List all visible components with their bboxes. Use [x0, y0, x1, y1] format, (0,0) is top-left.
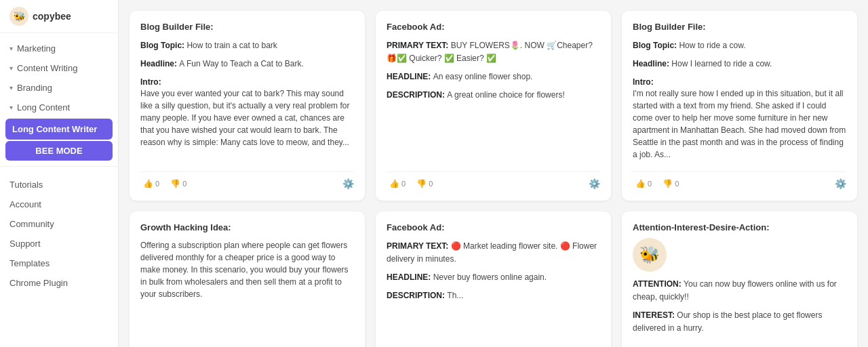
- card-type: Blog Builder File:: [140, 22, 354, 32]
- thumbdown-icon: 👎: [416, 179, 427, 188]
- field-value: Have you ever wanted your cat to bark? T…: [140, 87, 354, 148]
- nav-divider: [0, 166, 118, 167]
- like-count: 0: [648, 180, 652, 188]
- card-type: Attention-Interest-Desire-Action:: [633, 222, 846, 232]
- bee-avatar: 🐝: [633, 238, 667, 272]
- field-value: Th...: [447, 291, 463, 300]
- card-field-body: Offering a subscription plan where peopl…: [140, 239, 354, 300]
- dislike-button[interactable]: 👎 0: [660, 178, 682, 190]
- field-label: Headline:: [633, 59, 671, 68]
- field-label: Intro:: [140, 77, 161, 87]
- sidebar-item-chrome-plugin[interactable]: Chrome Plugin: [0, 273, 118, 293]
- sidebar-item-community[interactable]: Community: [0, 214, 118, 234]
- sidebar-item-label: Long Content Writer: [12, 124, 97, 134]
- sidebar-item-support[interactable]: Support: [0, 234, 118, 253]
- field-value: I'm not really sure how I ended up in th…: [633, 87, 846, 161]
- dislike-count: 0: [429, 180, 433, 188]
- chevron-icon: ▾: [9, 84, 13, 91]
- field-label: Blog Topic:: [140, 41, 186, 50]
- sidebar-item-label: Templates: [9, 258, 50, 268]
- sidebar-item-long-content[interactable]: ▾ Long Content: [0, 98, 118, 117]
- card-field-intro: Intro: Have you ever wanted your cat to …: [140, 75, 354, 148]
- card-type: Blog Builder File:: [633, 22, 846, 32]
- sidebar-item-branding[interactable]: ▾ Branding: [0, 78, 118, 98]
- card-field-headline: HEADLINE: An easy online flower shop.: [387, 70, 600, 83]
- card-facebook-1: Facebook Ad: PRIMARY TEXT: BUY FLOWERS🌷.…: [376, 11, 611, 201]
- card-field-description: DESCRIPTION: Th...: [387, 289, 600, 302]
- dislike-button[interactable]: 👎 0: [414, 178, 435, 190]
- field-label: PRIMARY TEXT:: [387, 41, 451, 50]
- like-button[interactable]: 👍 0: [140, 178, 162, 190]
- card-blog-2: Blog Builder File: Blog Topic: How to ri…: [622, 11, 857, 201]
- field-label: DESCRIPTION:: [387, 291, 447, 300]
- card-field-primary-text: PRIMARY TEXT: BUY FLOWERS🌷. NOW 🛒Cheaper…: [387, 39, 600, 64]
- field-label: HEADLINE:: [387, 272, 433, 282]
- settings-button[interactable]: ⚙️: [342, 178, 354, 189]
- thumbup-icon: 👍: [389, 179, 399, 188]
- field-label: Intro:: [633, 77, 654, 87]
- card-field-headline: Headline: How I learned to ride a cow.: [633, 57, 846, 70]
- field-label: Blog Topic:: [633, 41, 679, 50]
- card-aida: Attention-Interest-Desire-Action: 🐝 ATTE…: [622, 211, 857, 347]
- like-button[interactable]: 👍 0: [387, 178, 408, 190]
- sidebar-item-marketing[interactable]: ▾ Marketing: [0, 39, 118, 58]
- sidebar-item-label: Account: [9, 199, 41, 209]
- card-blog-1: Blog Builder File: Blog Topic: How to tr…: [130, 11, 365, 201]
- card-field-attention: ATTENTION: You can now buy flowers onlin…: [633, 277, 846, 303]
- card-type: Facebook Ad:: [387, 22, 600, 32]
- card-growth-hacking: Growth Hacking Idea: Offering a subscrip…: [130, 211, 365, 347]
- like-button[interactable]: 👍 0: [633, 178, 654, 190]
- logo-icon: 🐝: [9, 7, 28, 26]
- thumbup-icon: 👍: [143, 179, 153, 188]
- dislike-count: 0: [675, 180, 679, 188]
- sidebar-item-tutorials[interactable]: Tutorials: [0, 175, 118, 195]
- card-type: Growth Hacking Idea:: [140, 222, 354, 232]
- gear-icon: ⚙️: [342, 178, 354, 189]
- field-value: Never buy flowers online again.: [433, 272, 547, 282]
- sidebar: 🐝 copybee ▾ Marketing ▾ Content Writing …: [0, 0, 119, 347]
- sidebar-item-account[interactable]: Account: [0, 195, 118, 214]
- card-field-topic: Blog Topic: How to ride a cow.: [633, 39, 846, 52]
- settings-button[interactable]: ⚙️: [835, 178, 846, 189]
- like-count: 0: [155, 180, 159, 188]
- sidebar-item-bee-mode[interactable]: BEE MODE: [5, 141, 113, 161]
- card-facebook-2: Facebook Ad: PRIMARY TEXT: 🔴 Market lead…: [376, 211, 611, 347]
- sidebar-item-label: BEE MODE: [35, 146, 82, 156]
- nav-section-bottom: Tutorials Account Community Support Temp…: [0, 172, 118, 295]
- card-field-interest: INTEREST: Our shop is the best place to …: [633, 308, 846, 334]
- sidebar-item-long-content-writer[interactable]: Long Content Writer: [5, 119, 113, 140]
- card-actions: 👍 0 👎 0 ⚙️: [140, 171, 354, 190]
- settings-button[interactable]: ⚙️: [589, 178, 600, 189]
- card-field-description: DESCRIPTION: A great online choice for f…: [387, 88, 600, 101]
- dislike-count: 0: [182, 180, 186, 188]
- sidebar-item-content-writing[interactable]: ▾ Content Writing: [0, 58, 118, 78]
- card-actions: 👍 0 👎 0 ⚙️: [633, 171, 846, 190]
- card-actions: 👍 0 👎 0 ⚙️: [387, 171, 600, 190]
- field-label: ATTENTION:: [633, 279, 684, 289]
- sidebar-item-label: Support: [9, 239, 41, 249]
- field-label: INTEREST:: [633, 310, 677, 320]
- card-field-headline: Headline: A Fun Way to Teach a Cat to Ba…: [140, 57, 354, 70]
- like-count: 0: [401, 180, 406, 188]
- field-value: A Fun Way to Teach a Cat to Bark.: [179, 59, 303, 68]
- sidebar-nav: ▾ Marketing ▾ Content Writing ▾ Branding…: [0, 33, 118, 340]
- field-label: HEADLINE:: [387, 72, 433, 81]
- thumbup-icon: 👍: [635, 179, 646, 188]
- field-value: Offering a subscription plan where peopl…: [140, 239, 354, 300]
- card-field-intro: Intro: I'm not really sure how I ended u…: [633, 75, 846, 161]
- card-field-topic: Blog Topic: How to train a cat to bark: [140, 39, 354, 52]
- sidebar-item-label: Long Content: [17, 102, 70, 113]
- sidebar-item-label: Content Writing: [17, 63, 77, 73]
- chevron-icon: ▾: [9, 64, 13, 72]
- card-field-primary-text: PRIMARY TEXT: 🔴 Market leading flower si…: [387, 239, 600, 265]
- sidebar-item-label: Chrome Plugin: [9, 278, 68, 288]
- gear-icon: ⚙️: [589, 178, 600, 189]
- chevron-icon: ▾: [9, 45, 13, 52]
- dislike-button[interactable]: 👎 0: [167, 178, 189, 190]
- main-content: Blog Builder File: Blog Topic: How to tr…: [119, 0, 868, 347]
- field-label: PRIMARY TEXT:: [387, 241, 451, 251]
- field-value: How I learned to ride a cow.: [671, 59, 772, 68]
- chevron-icon: ▾: [9, 104, 13, 111]
- sidebar-item-templates[interactable]: Templates: [0, 253, 118, 273]
- field-value: A great online choice for flowers!: [447, 90, 564, 100]
